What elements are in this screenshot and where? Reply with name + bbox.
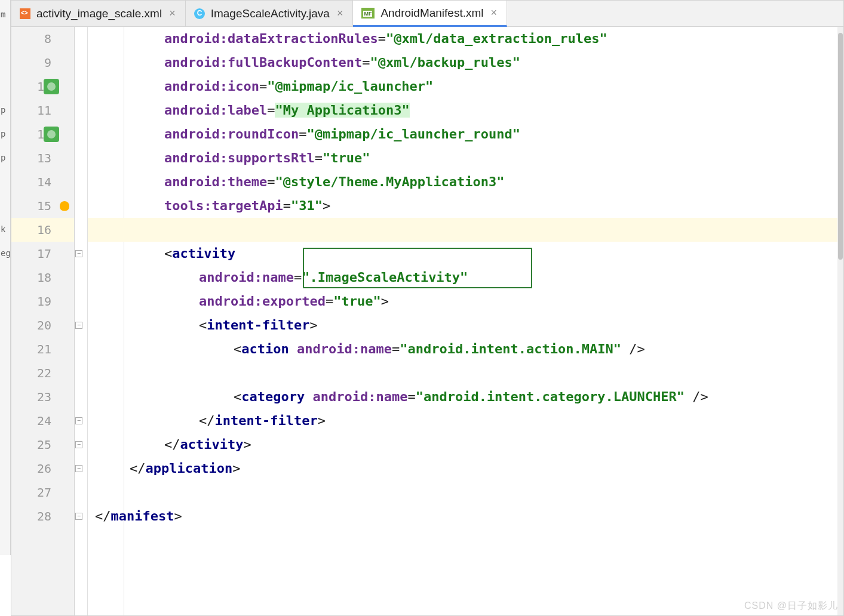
token-punc: > (323, 198, 330, 213)
code-line[interactable]: </manifest> (88, 504, 843, 528)
editor-pane: activity_image_scale.xml×ImageScaleActiv… (11, 0, 844, 616)
fold-open-icon[interactable]: − (75, 322, 82, 329)
token-str: "@xml/backup_rules" (370, 55, 520, 70)
gutter-row[interactable]: 8 (11, 27, 74, 51)
gutter-row[interactable]: 24− (11, 409, 74, 433)
gutter-row[interactable]: 20− (11, 313, 74, 337)
token-eq: = (299, 127, 306, 141)
token-eq: = (362, 55, 370, 70)
fold-strip[interactable] (75, 27, 88, 615)
token-tag: application (146, 461, 233, 476)
token-attr: label (228, 103, 267, 118)
token-str: "@xml/data_extraction_rules" (386, 31, 607, 46)
fold-close-icon[interactable]: − (75, 513, 82, 520)
code-area[interactable]: android:dataExtractionRules="@xml/data_e… (88, 27, 843, 615)
fold-close-icon[interactable]: − (75, 441, 82, 448)
code-line[interactable]: android:exported="true"> (88, 289, 843, 313)
gutter[interactable]: 891011121314151617−181920−21222324−25−26… (11, 27, 75, 615)
code-line[interactable]: tools:targetApi="31"> (88, 194, 843, 218)
code-line[interactable]: android:dataExtractionRules="@xml/data_e… (88, 27, 843, 51)
tab-activity_image_scale-xml[interactable]: activity_image_scale.xml× (11, 1, 186, 26)
gutter-row[interactable]: 21 (11, 337, 74, 361)
code-line[interactable]: <intent-filter> (88, 313, 843, 337)
gutter-row[interactable]: 17− (11, 242, 74, 266)
gutter-row[interactable]: 14 (11, 170, 74, 194)
tab-label: activity_image_scale.xml (36, 7, 162, 20)
tab-label: AndroidManifest.xml (380, 7, 483, 20)
close-icon[interactable]: × (490, 7, 499, 19)
token-tag: activity (180, 437, 244, 452)
gutter-row[interactable]: 18 (11, 266, 74, 289)
tab-androidmanifest-xml[interactable]: AndroidManifest.xml× (353, 1, 507, 27)
token-ns: android: (199, 294, 262, 309)
gutter-row[interactable]: 28− (11, 504, 74, 528)
fold-open-icon[interactable]: − (75, 250, 82, 257)
token-attr: name (262, 270, 294, 285)
code-line[interactable]: <category android:name="android.intent.c… (88, 385, 843, 409)
token-str: ".ImageScaleActivity" (302, 270, 468, 285)
token-str: "@mipmap/ic_launcher_round" (306, 127, 520, 141)
token-eq: = (267, 174, 275, 189)
token-tag: action (241, 341, 297, 356)
token-str: "android.intent.category.LAUNCHER" (416, 389, 685, 404)
token-punc: > (174, 509, 182, 523)
scrollbar-thumb[interactable] (838, 33, 843, 260)
gutter-row[interactable]: 23 (11, 385, 74, 409)
gutter-row[interactable]: 26− (11, 457, 74, 481)
code-line[interactable]: android:roundIcon="@mipmap/ic_launcher_r… (88, 122, 843, 146)
code-line[interactable]: </intent-filter> (88, 409, 843, 433)
token-eq: = (315, 150, 323, 165)
gutter-row[interactable]: 12 (11, 122, 74, 146)
code-editor[interactable]: 891011121314151617−181920−21222324−25−26… (11, 27, 843, 615)
code-line[interactable]: <action android:name="android.intent.act… (88, 337, 843, 361)
code-line[interactable]: android:name=".ImageScaleActivity" (88, 266, 843, 289)
token-punc: > (381, 294, 389, 309)
fold-close-icon[interactable]: − (75, 417, 82, 424)
token-ns: android: (164, 79, 228, 94)
tab-imagescaleactivity-java[interactable]: ImageScaleActivity.java× (186, 1, 354, 26)
code-line[interactable]: android:theme="@style/Theme.MyApplicatio… (88, 170, 843, 194)
close-icon[interactable]: × (336, 7, 345, 20)
token-punc: </ (95, 509, 111, 523)
gutter-row[interactable]: 9 (11, 51, 74, 75)
token-attr: name (360, 341, 392, 356)
code-line[interactable] (88, 481, 843, 504)
token-tag: intent-filter (207, 318, 309, 332)
gutter-row[interactable]: 11 (11, 98, 74, 122)
scrollbar-vertical[interactable] (837, 27, 843, 615)
gutter-row[interactable]: 19 (11, 289, 74, 313)
token-str: "true" (333, 294, 380, 309)
token-attr: supportsRtl (228, 150, 315, 165)
gutter-row[interactable]: 25− (11, 433, 74, 457)
code-line[interactable]: <activity (88, 242, 843, 266)
token-attr: roundIcon (228, 127, 299, 141)
watermark: CSDN @日子如影儿 (744, 600, 838, 612)
close-icon[interactable]: × (168, 7, 177, 20)
token-attr: name (376, 389, 407, 404)
token-punc: > (232, 461, 240, 476)
gutter-row[interactable]: 13 (11, 146, 74, 170)
code-line[interactable] (88, 218, 843, 242)
gutter-row[interactable]: 27 (11, 481, 74, 504)
token-punc: /> (621, 341, 645, 356)
token-ns: android: (164, 150, 228, 165)
token-punc: < (199, 318, 207, 332)
code-line[interactable]: </activity> (88, 433, 843, 457)
code-line[interactable]: android:supportsRtl="true" (88, 146, 843, 170)
gutter-row[interactable]: 10 (11, 75, 74, 98)
token-tag: manifest (111, 509, 174, 523)
gutter-row[interactable]: 22 (11, 361, 74, 385)
code-line[interactable]: android:icon="@mipmap/ic_launcher" (88, 75, 843, 98)
fold-close-icon[interactable]: − (75, 465, 82, 472)
code-line[interactable]: </application> (88, 457, 843, 481)
code-line[interactable] (88, 361, 843, 385)
gutter-row[interactable]: 16 (11, 218, 74, 242)
code-line[interactable]: android:label="My Application3" (88, 98, 843, 122)
token-ns: android: (164, 103, 228, 118)
code-line[interactable]: android:fullBackupContent="@xml/backup_r… (88, 51, 843, 75)
tab-label: ImageScaleActivity.java (211, 7, 330, 20)
gutter-row[interactable]: 15 (11, 194, 74, 218)
token-punc: > (309, 318, 317, 332)
bulb-icon[interactable] (60, 201, 69, 211)
token-punc: < (234, 341, 241, 356)
